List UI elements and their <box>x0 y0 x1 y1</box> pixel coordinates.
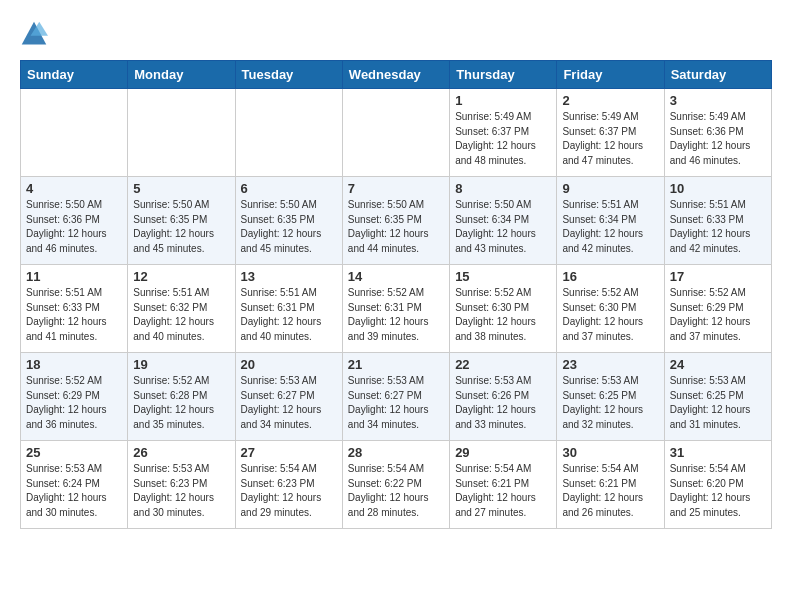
day-number: 30 <box>562 445 658 460</box>
day-info: Sunrise: 5:50 AM Sunset: 6:34 PM Dayligh… <box>455 198 551 256</box>
day-number: 29 <box>455 445 551 460</box>
day-info: Sunrise: 5:51 AM Sunset: 6:33 PM Dayligh… <box>670 198 766 256</box>
day-info: Sunrise: 5:53 AM Sunset: 6:27 PM Dayligh… <box>241 374 337 432</box>
calendar-cell: 20Sunrise: 5:53 AM Sunset: 6:27 PM Dayli… <box>235 353 342 441</box>
day-number: 3 <box>670 93 766 108</box>
logo-icon <box>20 20 48 48</box>
day-number: 15 <box>455 269 551 284</box>
calendar-cell: 22Sunrise: 5:53 AM Sunset: 6:26 PM Dayli… <box>450 353 557 441</box>
day-info: Sunrise: 5:53 AM Sunset: 6:25 PM Dayligh… <box>670 374 766 432</box>
calendar-cell: 6Sunrise: 5:50 AM Sunset: 6:35 PM Daylig… <box>235 177 342 265</box>
day-info: Sunrise: 5:52 AM Sunset: 6:30 PM Dayligh… <box>562 286 658 344</box>
calendar-cell: 21Sunrise: 5:53 AM Sunset: 6:27 PM Dayli… <box>342 353 449 441</box>
calendar-cell: 29Sunrise: 5:54 AM Sunset: 6:21 PM Dayli… <box>450 441 557 529</box>
day-info: Sunrise: 5:54 AM Sunset: 6:22 PM Dayligh… <box>348 462 444 520</box>
day-number: 16 <box>562 269 658 284</box>
calendar-cell: 25Sunrise: 5:53 AM Sunset: 6:24 PM Dayli… <box>21 441 128 529</box>
calendar-week-4: 18Sunrise: 5:52 AM Sunset: 6:29 PM Dayli… <box>21 353 772 441</box>
calendar-week-5: 25Sunrise: 5:53 AM Sunset: 6:24 PM Dayli… <box>21 441 772 529</box>
day-info: Sunrise: 5:53 AM Sunset: 6:23 PM Dayligh… <box>133 462 229 520</box>
calendar-cell: 2Sunrise: 5:49 AM Sunset: 6:37 PM Daylig… <box>557 89 664 177</box>
calendar-header-tuesday: Tuesday <box>235 61 342 89</box>
calendar-cell: 26Sunrise: 5:53 AM Sunset: 6:23 PM Dayli… <box>128 441 235 529</box>
calendar-week-3: 11Sunrise: 5:51 AM Sunset: 6:33 PM Dayli… <box>21 265 772 353</box>
day-number: 7 <box>348 181 444 196</box>
day-number: 6 <box>241 181 337 196</box>
day-number: 24 <box>670 357 766 372</box>
calendar-cell: 13Sunrise: 5:51 AM Sunset: 6:31 PM Dayli… <box>235 265 342 353</box>
calendar-cell: 16Sunrise: 5:52 AM Sunset: 6:30 PM Dayli… <box>557 265 664 353</box>
day-number: 23 <box>562 357 658 372</box>
day-info: Sunrise: 5:54 AM Sunset: 6:21 PM Dayligh… <box>455 462 551 520</box>
day-info: Sunrise: 5:52 AM Sunset: 6:30 PM Dayligh… <box>455 286 551 344</box>
calendar-cell: 19Sunrise: 5:52 AM Sunset: 6:28 PM Dayli… <box>128 353 235 441</box>
day-number: 11 <box>26 269 122 284</box>
calendar-cell: 18Sunrise: 5:52 AM Sunset: 6:29 PM Dayli… <box>21 353 128 441</box>
calendar-week-1: 1Sunrise: 5:49 AM Sunset: 6:37 PM Daylig… <box>21 89 772 177</box>
day-info: Sunrise: 5:50 AM Sunset: 6:35 PM Dayligh… <box>348 198 444 256</box>
calendar-header-saturday: Saturday <box>664 61 771 89</box>
calendar-cell: 31Sunrise: 5:54 AM Sunset: 6:20 PM Dayli… <box>664 441 771 529</box>
calendar-week-2: 4Sunrise: 5:50 AM Sunset: 6:36 PM Daylig… <box>21 177 772 265</box>
calendar-cell: 11Sunrise: 5:51 AM Sunset: 6:33 PM Dayli… <box>21 265 128 353</box>
day-info: Sunrise: 5:52 AM Sunset: 6:29 PM Dayligh… <box>670 286 766 344</box>
calendar: SundayMondayTuesdayWednesdayThursdayFrid… <box>20 60 772 529</box>
calendar-cell: 23Sunrise: 5:53 AM Sunset: 6:25 PM Dayli… <box>557 353 664 441</box>
logo <box>20 20 52 48</box>
calendar-cell: 14Sunrise: 5:52 AM Sunset: 6:31 PM Dayli… <box>342 265 449 353</box>
day-info: Sunrise: 5:53 AM Sunset: 6:26 PM Dayligh… <box>455 374 551 432</box>
calendar-header-thursday: Thursday <box>450 61 557 89</box>
day-info: Sunrise: 5:52 AM Sunset: 6:31 PM Dayligh… <box>348 286 444 344</box>
day-number: 21 <box>348 357 444 372</box>
day-info: Sunrise: 5:54 AM Sunset: 6:21 PM Dayligh… <box>562 462 658 520</box>
day-number: 4 <box>26 181 122 196</box>
day-info: Sunrise: 5:51 AM Sunset: 6:34 PM Dayligh… <box>562 198 658 256</box>
day-number: 10 <box>670 181 766 196</box>
day-info: Sunrise: 5:54 AM Sunset: 6:23 PM Dayligh… <box>241 462 337 520</box>
day-number: 19 <box>133 357 229 372</box>
day-number: 9 <box>562 181 658 196</box>
day-number: 1 <box>455 93 551 108</box>
day-info: Sunrise: 5:53 AM Sunset: 6:24 PM Dayligh… <box>26 462 122 520</box>
calendar-cell: 10Sunrise: 5:51 AM Sunset: 6:33 PM Dayli… <box>664 177 771 265</box>
day-info: Sunrise: 5:50 AM Sunset: 6:35 PM Dayligh… <box>133 198 229 256</box>
day-info: Sunrise: 5:52 AM Sunset: 6:28 PM Dayligh… <box>133 374 229 432</box>
day-info: Sunrise: 5:51 AM Sunset: 6:31 PM Dayligh… <box>241 286 337 344</box>
calendar-cell: 8Sunrise: 5:50 AM Sunset: 6:34 PM Daylig… <box>450 177 557 265</box>
day-info: Sunrise: 5:51 AM Sunset: 6:33 PM Dayligh… <box>26 286 122 344</box>
calendar-cell: 17Sunrise: 5:52 AM Sunset: 6:29 PM Dayli… <box>664 265 771 353</box>
day-info: Sunrise: 5:52 AM Sunset: 6:29 PM Dayligh… <box>26 374 122 432</box>
calendar-cell <box>128 89 235 177</box>
day-number: 2 <box>562 93 658 108</box>
day-info: Sunrise: 5:53 AM Sunset: 6:25 PM Dayligh… <box>562 374 658 432</box>
day-info: Sunrise: 5:50 AM Sunset: 6:36 PM Dayligh… <box>26 198 122 256</box>
calendar-cell: 30Sunrise: 5:54 AM Sunset: 6:21 PM Dayli… <box>557 441 664 529</box>
day-info: Sunrise: 5:54 AM Sunset: 6:20 PM Dayligh… <box>670 462 766 520</box>
calendar-cell: 12Sunrise: 5:51 AM Sunset: 6:32 PM Dayli… <box>128 265 235 353</box>
calendar-header-wednesday: Wednesday <box>342 61 449 89</box>
calendar-cell: 4Sunrise: 5:50 AM Sunset: 6:36 PM Daylig… <box>21 177 128 265</box>
calendar-header-row: SundayMondayTuesdayWednesdayThursdayFrid… <box>21 61 772 89</box>
page: SundayMondayTuesdayWednesdayThursdayFrid… <box>0 0 792 539</box>
day-number: 27 <box>241 445 337 460</box>
calendar-cell: 24Sunrise: 5:53 AM Sunset: 6:25 PM Dayli… <box>664 353 771 441</box>
day-info: Sunrise: 5:51 AM Sunset: 6:32 PM Dayligh… <box>133 286 229 344</box>
day-info: Sunrise: 5:50 AM Sunset: 6:35 PM Dayligh… <box>241 198 337 256</box>
day-number: 22 <box>455 357 551 372</box>
calendar-cell: 28Sunrise: 5:54 AM Sunset: 6:22 PM Dayli… <box>342 441 449 529</box>
day-number: 14 <box>348 269 444 284</box>
calendar-cell: 9Sunrise: 5:51 AM Sunset: 6:34 PM Daylig… <box>557 177 664 265</box>
day-number: 20 <box>241 357 337 372</box>
day-number: 17 <box>670 269 766 284</box>
day-number: 26 <box>133 445 229 460</box>
calendar-header-monday: Monday <box>128 61 235 89</box>
calendar-cell <box>235 89 342 177</box>
header <box>20 20 772 48</box>
calendar-cell: 3Sunrise: 5:49 AM Sunset: 6:36 PM Daylig… <box>664 89 771 177</box>
calendar-cell: 1Sunrise: 5:49 AM Sunset: 6:37 PM Daylig… <box>450 89 557 177</box>
day-info: Sunrise: 5:53 AM Sunset: 6:27 PM Dayligh… <box>348 374 444 432</box>
day-info: Sunrise: 5:49 AM Sunset: 6:36 PM Dayligh… <box>670 110 766 168</box>
calendar-cell: 15Sunrise: 5:52 AM Sunset: 6:30 PM Dayli… <box>450 265 557 353</box>
calendar-header-sunday: Sunday <box>21 61 128 89</box>
day-number: 31 <box>670 445 766 460</box>
